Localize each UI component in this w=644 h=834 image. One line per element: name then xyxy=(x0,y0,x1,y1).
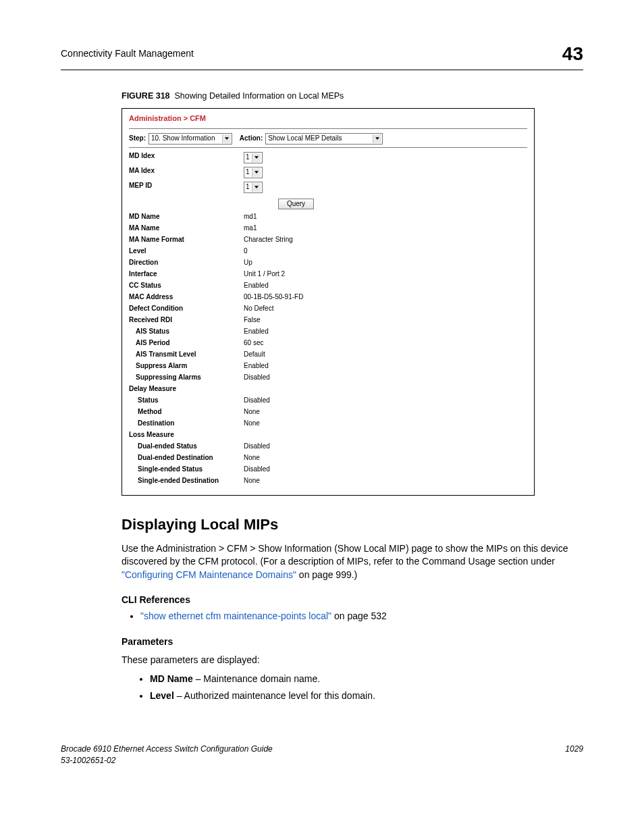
footer-doc-title: Brocade 6910 Ethernet Access Switch Conf… xyxy=(61,744,273,755)
chapter-number: 43 xyxy=(562,41,583,67)
parameter-desc: – Authorized maintenance level for this … xyxy=(174,690,375,701)
detail-row: MA Name FormatCharacter String xyxy=(129,236,527,244)
detail-row: Delay Measure xyxy=(129,385,527,393)
action-select[interactable]: Show Local MEP Details xyxy=(265,133,383,145)
detail-label: Single-ended Destination xyxy=(129,477,244,485)
detail-row: AIS Period60 sec xyxy=(129,339,527,347)
detail-row: StatusDisabled xyxy=(129,396,527,405)
detail-value: False xyxy=(244,316,260,324)
detail-row: MAC Address00-1B-D5-50-91-FD xyxy=(129,293,527,301)
detail-value: Disabled xyxy=(244,442,270,450)
detail-label: MA Name xyxy=(129,224,244,232)
cli-ref-item: "show ethernet cfm maintenance-points lo… xyxy=(140,610,583,623)
ma-idex-value: 1 xyxy=(246,168,250,176)
detail-label: AIS Status xyxy=(129,328,244,336)
step-label: Step: xyxy=(129,134,146,142)
detail-label: Dual-ended Status xyxy=(129,442,244,450)
ma-idex-select[interactable]: 1 xyxy=(244,167,263,178)
detail-row: AIS Transmit LevelDefault xyxy=(129,350,527,359)
chevron-down-icon xyxy=(222,134,231,143)
detail-row: AIS StatusEnabled xyxy=(129,328,527,336)
detail-row: Suppress AlarmEnabled xyxy=(129,362,527,370)
detail-value: Up xyxy=(244,259,252,267)
parameter-item: MD Name – Maintenance domain name. xyxy=(150,673,583,686)
detail-label: Single-ended Status xyxy=(129,465,244,473)
detail-row: DirectionUp xyxy=(129,259,527,267)
mep-id-label: MEP ID xyxy=(129,182,244,193)
detail-row: CC StatusEnabled xyxy=(129,282,527,290)
detail-row: MethodNone xyxy=(129,408,527,416)
md-idex-label: MD Idex xyxy=(129,152,244,163)
step-select[interactable]: 10. Show Information xyxy=(149,133,232,145)
detail-row: Dual-ended DestinationNone xyxy=(129,454,527,462)
action-value: Show Local MEP Details xyxy=(267,134,371,142)
detail-row: Level0 xyxy=(129,247,527,255)
detail-value: None xyxy=(244,477,260,485)
mep-id-select[interactable]: 1 xyxy=(244,182,263,193)
detail-label: MA Name Format xyxy=(129,236,244,244)
detail-label: CC Status xyxy=(129,282,244,290)
detail-label: Status xyxy=(129,396,244,405)
detail-label: Delay Measure xyxy=(129,385,244,393)
detail-label: Defect Condition xyxy=(129,305,244,313)
ma-idex-label: MA Idex xyxy=(129,167,244,178)
detail-value: Default xyxy=(244,350,265,359)
section-heading: Displaying Local MIPs xyxy=(122,515,583,536)
chevron-down-icon xyxy=(252,183,261,192)
link-cfm-domains[interactable]: "Configuring CFM Maintenance Domains" xyxy=(122,569,296,580)
detail-value: No Defect xyxy=(244,305,273,313)
detail-row: MA Namema1 xyxy=(129,224,527,232)
detail-value: None xyxy=(244,408,260,416)
detail-value: Disabled xyxy=(244,396,270,405)
parameter-name: Level xyxy=(150,690,174,701)
detail-value: Enabled xyxy=(244,328,269,336)
detail-label: Destination xyxy=(129,419,244,427)
detail-label: Level xyxy=(129,247,244,255)
query-button[interactable]: Query xyxy=(278,199,314,209)
mep-id-value: 1 xyxy=(246,183,250,191)
detail-label: AIS Period xyxy=(129,339,244,347)
step-value: 10. Show Information xyxy=(150,134,220,142)
chevron-down-icon xyxy=(252,168,261,177)
detail-label: Interface xyxy=(129,270,244,278)
detail-row: Single-ended StatusDisabled xyxy=(129,465,527,473)
detail-value: Disabled xyxy=(244,373,270,382)
detail-value: 0 xyxy=(244,247,248,255)
figure-number: FIGURE 318 xyxy=(122,91,170,101)
detail-value: None xyxy=(244,454,260,462)
detail-label: Suppressing Alarms xyxy=(129,373,244,382)
detail-row: DestinationNone xyxy=(129,419,527,427)
detail-value: Unit 1 / Port 2 xyxy=(244,270,285,278)
detail-value: 00-1B-D5-50-91-FD xyxy=(244,293,303,301)
detail-row: Dual-ended StatusDisabled xyxy=(129,442,527,450)
detail-label: MAC Address xyxy=(129,293,244,301)
detail-value: 60 sec xyxy=(244,339,263,347)
page-number: 1029 xyxy=(565,744,583,766)
detail-value: Character String xyxy=(244,236,293,244)
figure-caption: FIGURE 318 Showing Detailed Information … xyxy=(122,90,583,103)
detail-row: InterfaceUnit 1 / Port 2 xyxy=(129,270,527,278)
parameters-heading: Parameters xyxy=(122,635,583,649)
parameter-desc: – Maintenance domain name. xyxy=(193,673,320,684)
parameters-intro: These parameters are displayed: xyxy=(122,654,583,667)
figure-title: Showing Detailed Information on Local ME… xyxy=(175,91,344,101)
detail-row: Loss Measure xyxy=(129,431,527,439)
parameter-item: Level – Authorized maintenance level for… xyxy=(150,689,583,703)
intro-paragraph: Use the Administration > CFM > Show Info… xyxy=(122,542,583,582)
link-show-ethernet-cfm[interactable]: "show ethernet cfm maintenance-points lo… xyxy=(140,610,331,621)
cli-references-heading: CLI References xyxy=(122,594,583,607)
detail-label: Suppress Alarm xyxy=(129,362,244,370)
detail-label: AIS Transmit Level xyxy=(129,350,244,359)
detail-value: ma1 xyxy=(244,224,257,232)
detail-value: None xyxy=(244,419,260,427)
detail-row: Received RDIFalse xyxy=(129,316,527,324)
detail-row: Defect ConditionNo Defect xyxy=(129,305,527,313)
chevron-down-icon xyxy=(373,134,381,143)
detail-row: Single-ended DestinationNone xyxy=(129,477,527,485)
action-label: Action: xyxy=(240,134,263,142)
detail-value: md1 xyxy=(244,213,257,221)
md-idex-value: 1 xyxy=(246,153,250,161)
md-idex-select[interactable]: 1 xyxy=(244,152,263,163)
breadcrumb: Administration > CFM xyxy=(129,114,527,123)
detail-label: Loss Measure xyxy=(129,431,244,439)
